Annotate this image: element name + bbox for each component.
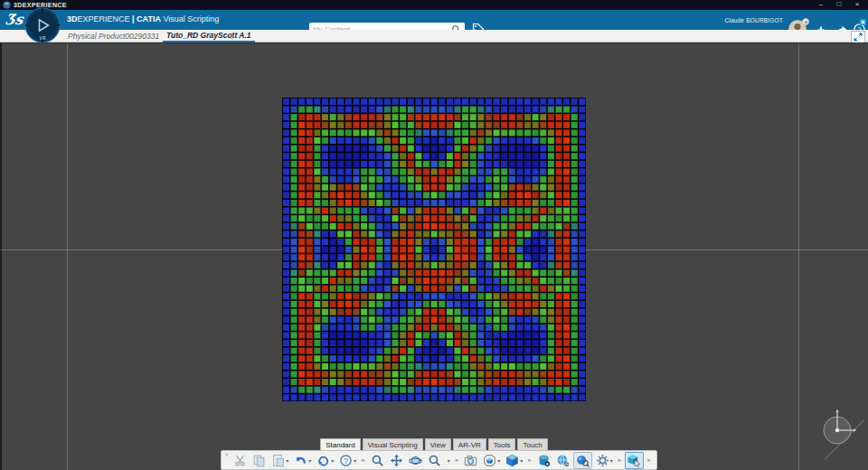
undo-icon — [294, 454, 307, 467]
tab-physical-product[interactable]: Physical Product00290331 — [68, 30, 159, 42]
toolbar-tab-touch[interactable]: Touch — [517, 438, 547, 451]
maximize-button[interactable]: □ — [830, 0, 848, 10]
copy-icon — [252, 454, 266, 467]
action-bar-tabs: Standard Visual Scripting View AR-VR Too… — [0, 438, 868, 451]
settings-button[interactable]: ▾ — [594, 453, 615, 468]
capture-button[interactable] — [462, 453, 479, 468]
toolbar-tab-view[interactable]: View — [425, 438, 451, 451]
octagon-icon — [483, 454, 496, 467]
svg-text:?: ? — [344, 456, 348, 465]
tab-tuto-rd-grayscott[interactable]: Tuto_RD GrayScott A.1 — [163, 30, 255, 42]
magnifier-icon — [428, 454, 441, 467]
app-title: 3DEXPERIENCE | CATIA Visual Scripting — [67, 14, 219, 24]
toolbar-collapse-icon[interactable]: ∨ — [224, 451, 229, 457]
cube-icon — [505, 454, 519, 467]
dropdown-caret-icon[interactable]: ▾ — [448, 457, 450, 464]
paste-icon — [271, 454, 285, 467]
update-button[interactable]: ▾ — [315, 453, 335, 468]
refresh-icon — [316, 454, 330, 467]
dropdown-caret-icon[interactable]: ▾ — [354, 457, 356, 464]
new-tab-button[interactable]: + — [229, 30, 234, 42]
user-name[interactable]: Claude BOURBIGOT — [724, 17, 783, 24]
dropdown-caret-icon[interactable]: ▾ — [520, 457, 523, 464]
dassault-3ds-logo[interactable]: Ʒs — [5, 11, 24, 28]
simulation-grid-canvas[interactable] — [282, 98, 586, 401]
os-title-bar: 3DEXPERIENCE – □ × — [0, 0, 868, 10]
action-toolbar: ∨ ▾▾▾?▾▸▾▸▾▾▸▾▸▸ — [221, 450, 657, 470]
resize-viewport-icon[interactable] — [851, 31, 865, 43]
copy-button[interactable] — [250, 453, 268, 468]
pan-icon — [390, 454, 403, 467]
view-modes-button[interactable]: ▾ — [481, 453, 502, 468]
viewport-left-edge — [0, 43, 2, 470]
search-3d-button[interactable] — [573, 452, 592, 469]
help-button[interactable]: ?▾ — [337, 453, 358, 468]
3d-viewport[interactable]: Standard Visual Scripting View AR-VR Too… — [0, 42, 868, 470]
orbit-icon — [409, 454, 422, 467]
iso-view-button[interactable]: ▾ — [504, 453, 524, 468]
scene-axis-line-right — [798, 43, 799, 470]
magnifier-icon — [371, 454, 384, 467]
dropdown-caret-icon[interactable]: ▾ — [497, 457, 500, 464]
dropdown-caret-icon[interactable]: ▾ — [610, 457, 613, 464]
view-more-button[interactable]: ▾ — [445, 456, 452, 465]
group-sep-3-expand-icon[interactable]: ▸ — [528, 456, 532, 464]
cube-cursor-icon — [627, 454, 641, 467]
pan-button[interactable] — [388, 453, 405, 468]
group-sep-5-expand-icon[interactable]: ▸ — [647, 456, 651, 464]
notification-badge — [860, 19, 866, 25]
dropdown-caret-icon[interactable]: ▾ — [286, 457, 288, 464]
minimize-button[interactable]: – — [812, 0, 830, 10]
group-sep-2-expand-icon[interactable]: ▸ — [456, 456, 459, 464]
toolbar-tab-ar-vr[interactable]: AR-VR — [453, 438, 486, 451]
close-button[interactable]: × — [848, 0, 866, 10]
collaborative-lifecycle-button[interactable] — [554, 453, 571, 468]
zoom-button[interactable] — [426, 453, 443, 468]
undo-button[interactable]: ▾ — [292, 453, 313, 468]
globe-icon — [556, 454, 570, 467]
app-globe-icon — [3, 1, 11, 9]
help-icon: ? — [339, 454, 353, 467]
group-sep-4-expand-icon[interactable]: ▸ — [618, 456, 622, 464]
paste-button[interactable]: ▾ — [269, 453, 290, 468]
compass-version-label: V.R — [24, 36, 61, 41]
fit-all-in-button[interactable] — [369, 453, 386, 468]
toolbar-tab-standard[interactable]: Standard — [320, 438, 360, 451]
select-tool-button[interactable] — [625, 452, 644, 469]
user-status-badge — [802, 18, 809, 25]
dropdown-caret-icon[interactable]: ▾ — [308, 457, 311, 464]
rotate-button[interactable] — [407, 453, 424, 468]
cut-icon — [233, 454, 247, 467]
sphere-search-icon — [576, 454, 590, 467]
camera-icon — [464, 454, 477, 467]
3dexperience-window: 3DEXPERIENCE – □ × Ʒs 3DEXPERIENCE | CAT… — [0, 0, 868, 470]
dropdown-caret-icon[interactable]: ▾ — [331, 457, 334, 464]
scene-axis-line-left — [67, 43, 68, 470]
group-sep-1-expand-icon[interactable]: ▸ — [362, 456, 365, 464]
cut-button[interactable] — [231, 453, 249, 468]
toolbar-tab-tools[interactable]: Tools — [488, 438, 516, 451]
document-tab-bar: Physical Product00290331 Tuto_RD GraySco… — [0, 30, 868, 42]
simulation-data-button[interactable] — [535, 453, 552, 468]
cylinder-icon — [537, 454, 551, 467]
gear-icon — [596, 454, 609, 467]
toolbar-tab-visual-scripting[interactable]: Visual Scripting — [363, 438, 423, 451]
app-header: Ʒs 3DEXPERIENCE | CATIA Visual Scripting… — [0, 10, 868, 30]
